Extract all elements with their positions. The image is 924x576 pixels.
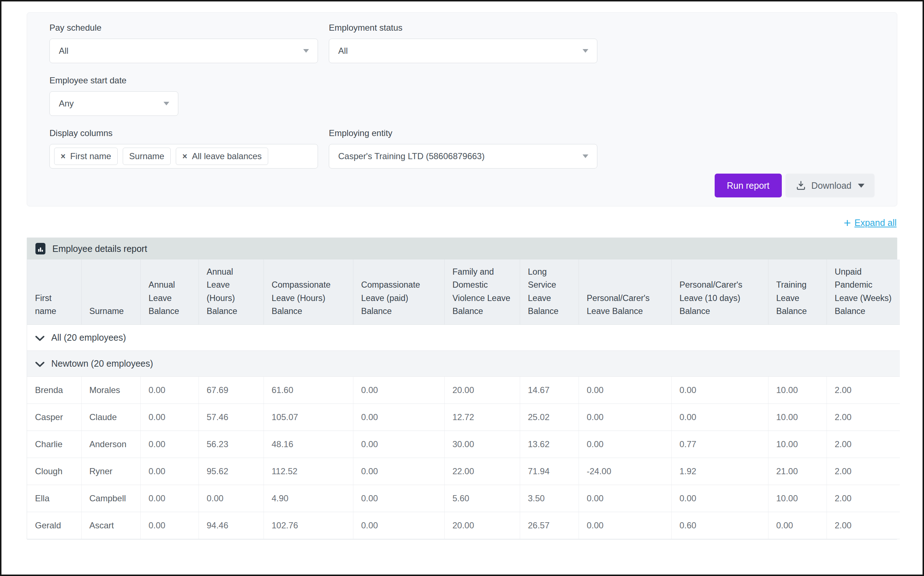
balance-value-cell: 0.00 [353,403,444,430]
screenshot-frame: Pay schedule All Employment status All [0,0,924,576]
table-row: GeraldAscart0.0094.46102.760.0020.0026.5… [27,512,900,539]
report-title: Employee details report [52,243,147,254]
balance-value-cell: 2.00 [826,485,900,512]
column-header: Compassionate Leave (paid) Balance [353,259,444,325]
employee-name-cell: Anderson [81,430,141,458]
column-header: First name [27,259,81,325]
balance-value-cell: 0.00 [141,512,198,539]
download-button[interactable]: Download [785,174,874,197]
column-header: Unpaid Pandemic Leave (Weeks) Balance [826,259,900,325]
balance-value-cell: 0.00 [671,485,768,512]
remove-tag-icon[interactable]: × [61,152,66,161]
report-card: Employee details report First nameSurnam… [27,237,897,539]
balance-value-cell: 0.00 [141,485,198,512]
employee-start-date-field: Employee start date Any [50,75,178,116]
caret-down-icon [583,49,588,53]
column-header: Long Service Leave Balance [520,259,579,325]
balance-value-cell: 10.00 [768,430,826,458]
employee-start-date-value: Any [59,99,74,109]
balance-value-cell: 0.00 [768,512,826,539]
caret-down-icon [303,49,309,53]
display-column-tag: ×All leave balances [176,147,268,165]
balance-value-cell: 48.16 [264,430,353,458]
pay-schedule-field: Pay schedule All [50,23,318,63]
chevron-down-icon [35,361,45,367]
balance-value-cell: -24.00 [579,458,671,485]
table-row: BrendaMorales0.0067.6961.600.0020.0014.6… [27,376,900,403]
balance-value-cell: 2.00 [826,458,900,485]
balance-value-cell: 0.00 [579,403,671,430]
balance-value-cell: 0.00 [353,430,444,458]
balance-value-cell: 0.00 [141,376,198,403]
balance-value-cell: 10.00 [768,376,826,403]
balance-value-cell: 102.76 [264,512,353,539]
report-page: Pay schedule All Employment status All [2,2,922,539]
employee-start-date-label: Employee start date [50,75,178,86]
balance-value-cell: 26.57 [520,512,579,539]
employee-name-cell: Ascart [81,512,141,539]
balance-value-cell: 22.00 [444,458,520,485]
table-row: CasperClaude0.0057.46105.070.0012.7225.0… [27,403,900,430]
balance-value-cell: 56.23 [198,430,264,458]
employing-entity-label: Employing entity [329,128,597,138]
column-header: Training Leave Balance [768,259,826,325]
balance-value-cell: 0.00 [141,430,198,458]
display-columns-field: Display columns ×First nameSurname×All l… [50,128,318,168]
tag-label: All leave balances [192,151,262,161]
balance-value-cell: 4.90 [264,485,353,512]
balance-value-cell: 1.92 [671,458,768,485]
balance-value-cell: 0.00 [671,403,768,430]
balance-value-cell: 10.00 [768,403,826,430]
employment-status-select[interactable]: All [329,38,597,63]
employee-name-cell: Brenda [27,376,81,403]
employee-details-table: First nameSurnameAnnual Leave BalanceAnn… [27,259,900,539]
balance-value-cell: 112.52 [264,458,353,485]
employee-name-cell: Ella [27,485,81,512]
column-header: Annual Leave Balance [141,259,198,325]
group-row[interactable]: All (20 employees) [27,325,900,350]
table-row: CharlieAnderson0.0056.2348.160.0030.0013… [27,430,900,458]
employing-entity-field: Employing entity Casper's Training LTD (… [329,128,597,168]
employee-name-cell: Casper [27,403,81,430]
balance-value-cell: 105.07 [264,403,353,430]
pay-schedule-select[interactable]: All [50,38,318,63]
group-row[interactable]: Newtown (20 employees) [27,350,900,376]
pay-schedule-value: All [59,46,69,56]
tag-label: First name [70,151,111,161]
employee-name-cell: Charlie [27,430,81,458]
employee-name-cell: Gerald [27,512,81,539]
run-report-button[interactable]: Run report [715,174,782,197]
display-column-tag: Surname [123,147,171,165]
balance-value-cell: 0.00 [579,376,671,403]
employee-name-cell: Ryner [81,458,141,485]
balance-value-cell: 14.67 [520,376,579,403]
employee-name-cell: Morales [81,376,141,403]
plus-icon: + [844,216,851,229]
balance-value-cell: 21.00 [768,458,826,485]
employee-name-cell: Clough [27,458,81,485]
column-header-row: First nameSurnameAnnual Leave BalanceAnn… [27,259,900,325]
group-label: All (20 employees) [51,333,126,342]
employee-start-date-select[interactable]: Any [50,91,178,116]
balance-value-cell: 61.60 [264,376,353,403]
download-icon [796,180,806,191]
balance-value-cell: 3.50 [520,485,579,512]
caret-down-icon [858,184,865,188]
table-body: All (20 employees)Newtown (20 employees)… [27,325,900,539]
column-header: Compassionate Leave (Hours) Balance [264,259,353,325]
group-label: Newtown (20 employees) [51,358,153,368]
table-row: EllaCampbell0.000.004.900.005.603.500.00… [27,485,900,512]
balance-value-cell: 0.00 [353,376,444,403]
remove-tag-icon[interactable]: × [182,152,187,161]
balance-value-cell: 2.00 [826,403,900,430]
column-header: Personal/Carer's Leave (10 days) Balance [671,259,768,325]
balance-value-cell: 0.00 [353,458,444,485]
balance-value-cell: 67.69 [198,376,264,403]
display-columns-input[interactable]: ×First nameSurname×All leave balances [50,144,318,168]
balance-value-cell: 25.02 [520,403,579,430]
balance-value-cell: 0.00 [671,376,768,403]
balance-value-cell: 0.00 [141,458,198,485]
expand-all-link[interactable]: + Expand all [844,216,897,229]
balance-value-cell: 20.00 [444,512,520,539]
employing-entity-select[interactable]: Casper's Training LTD (58606879663) [329,144,597,168]
